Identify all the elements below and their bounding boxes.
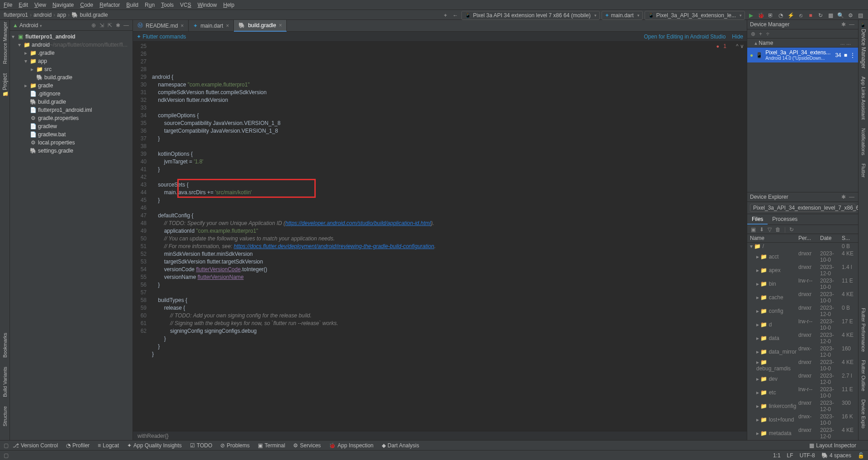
de-settings-icon[interactable]: ✱ <box>840 193 847 201</box>
search-icon[interactable]: 🔍 <box>836 11 844 19</box>
tool-flutter-perf[interactable]: Flutter Performance <box>861 308 866 352</box>
tw-services[interactable]: ⚙ Services <box>293 442 321 449</box>
de-download-icon[interactable]: ⬇ <box>759 226 764 233</box>
coverage-icon[interactable]: ⛨ <box>767 11 775 19</box>
avd-icon[interactable]: ▦ <box>826 11 835 19</box>
settings-icon[interactable]: ✱ <box>114 22 122 29</box>
device-manager-title: Device Manager <box>750 21 789 28</box>
tw-app-quality[interactable]: ✦ App Quality Insights <box>127 442 182 449</box>
tw-profiler[interactable]: ◔ Profiler <box>66 442 90 449</box>
expand-icon[interactable]: ⇲ <box>98 22 105 29</box>
settings-icon[interactable]: ⚙ <box>846 11 854 19</box>
de-hide-icon[interactable]: — <box>848 193 855 201</box>
tool-notifications[interactable]: Notifications <box>861 128 866 155</box>
tool-resource-manager[interactable]: Resource Manager <box>2 22 8 64</box>
stop-icon[interactable]: ■ <box>806 11 815 19</box>
tool-device-explorer[interactable]: Device Explo <box>861 399 866 428</box>
menu-file[interactable]: File <box>4 2 12 8</box>
tool-device-manager[interactable]: 📱 Device Manager <box>860 22 867 68</box>
tool-bookmarks[interactable]: Bookmarks <box>2 333 8 358</box>
dm-stop-icon[interactable]: ■ <box>844 52 847 58</box>
de-sync-icon[interactable]: ↻ <box>789 226 794 233</box>
crumb[interactable]: app <box>57 12 66 18</box>
tw-dart-analysis[interactable]: ◆ Dart Analysis <box>382 442 419 449</box>
dm-wifi-icon[interactable]: ᯤ <box>766 31 771 37</box>
tw-todo[interactable]: ☑ TODO <box>190 442 212 449</box>
project-view-mode[interactable]: Android <box>19 22 42 29</box>
project-tree[interactable]: ▾▣flutterpro1_android ▾📁android ~/snap/f… <box>10 31 133 157</box>
caret-position[interactable]: 1:1 <box>773 452 781 459</box>
menu-tools[interactable]: Tools <box>161 2 174 8</box>
menu-window[interactable]: Window <box>198 2 217 8</box>
run-icon[interactable]: ▶ <box>747 11 755 19</box>
left-tool-strip: Resource Manager 📁 Project Bookmarks Bui… <box>0 20 10 440</box>
device-selector[interactable]: 📱 Pixel 3a API 34 extension level 7 x86 … <box>461 11 600 20</box>
crumb[interactable]: flutterpro1 <box>4 12 28 18</box>
add-config-icon[interactable]: + <box>441 11 450 19</box>
menu-build[interactable]: Build <box>126 2 138 8</box>
tool-structure[interactable]: Structure <box>2 406 8 426</box>
bottom-tool-buttons: ▢ ⎇ Version Control ◔ Profiler ≡ Logcat … <box>0 440 868 450</box>
error-indicator[interactable]: ● 1 ^ ∨ <box>716 43 744 50</box>
hot-reload-icon[interactable]: ⚡ <box>787 11 795 19</box>
dm-toolbtn[interactable]: ⊕ <box>751 31 755 37</box>
device-file-tree[interactable]: NamePer...DateS... ▾ 📁 /0 B▸ 📁 acctdrwxr… <box>747 234 858 440</box>
device-explorer-selector[interactable]: Pixel_3a_API_34_extension_level_7_x86_6 <box>750 204 855 212</box>
attach-icon[interactable]: ⎋ <box>797 11 805 19</box>
dm-hide-icon[interactable]: — <box>848 21 855 28</box>
menu-code[interactable]: Code <box>80 2 93 8</box>
crumb[interactable]: 🐘 build.gradle <box>71 12 108 18</box>
device-row[interactable]: ● 📱 Pixel_3a_API_34_extens... Android 14… <box>747 48 858 62</box>
sync-icon[interactable]: ↻ <box>816 11 825 19</box>
tool-flutter-outline[interactable]: Flutter Outline <box>861 360 866 391</box>
menu-edit[interactable]: Edit <box>19 2 28 8</box>
tw-logcat[interactable]: ≡ Logcat <box>98 442 119 449</box>
target-icon[interactable]: ⊕ <box>90 22 97 29</box>
menu-help[interactable]: Help <box>223 2 234 8</box>
tab-build-gradle[interactable]: 🐘build.gradle× <box>234 20 287 32</box>
crumb[interactable]: android <box>33 12 52 18</box>
tw-version-control[interactable]: ⎇ Version Control <box>13 442 58 449</box>
menu-vcs[interactable]: VCS <box>180 2 191 8</box>
dm-settings-icon[interactable]: ✱ <box>840 21 847 28</box>
tw-terminal[interactable]: ▣ Terminal <box>258 442 285 449</box>
hide-bar-link[interactable]: Hide <box>732 34 743 40</box>
dm-menu-icon[interactable]: ⋮ <box>850 52 855 58</box>
tw-problems[interactable]: ⊘ Problems <box>220 442 250 449</box>
main-menubar: File Edit View Navigate Code Refactor Bu… <box>0 0 868 10</box>
tool-app-links[interactable]: App Links Assistant <box>861 77 866 120</box>
de-filter-icon[interactable]: ▽ <box>768 226 772 233</box>
menu-refactor[interactable]: Refactor <box>100 2 120 8</box>
collapse-icon[interactable]: ⇱ <box>106 22 114 29</box>
back-icon[interactable]: ← <box>451 11 460 19</box>
menu-navigate[interactable]: Navigate <box>52 2 74 8</box>
indent-info[interactable]: 🐘 4 spaces <box>821 452 851 459</box>
de-tab-files[interactable]: Files <box>747 214 768 225</box>
right-tool-strip: 📱 Device Manager App Links Assistant Not… <box>858 20 868 440</box>
line-separator[interactable]: LF <box>787 452 793 459</box>
de-delete-icon[interactable]: 🗑 <box>775 226 781 233</box>
tool-build-variants[interactable]: Build Variants <box>2 367 8 397</box>
de-new-icon[interactable]: ▣ <box>751 226 756 233</box>
tab-readme[interactable]: ⓂREADME.md× <box>133 20 189 32</box>
de-tab-processes[interactable]: Processes <box>768 214 802 225</box>
code-editor[interactable]: 2526272829303132333435363738394041424344… <box>133 42 747 431</box>
debug-icon[interactable]: 🐞 <box>757 11 765 19</box>
tw-app-inspection[interactable]: 🐞 App Inspection <box>329 442 373 449</box>
menu-run[interactable]: Run <box>145 2 155 8</box>
hide-icon[interactable]: — <box>123 22 130 29</box>
dm-add-icon[interactable]: + <box>759 31 762 37</box>
tw-layout-inspector[interactable]: ▦ Layout Inspector <box>809 442 856 449</box>
open-in-studio-link[interactable]: Open for Editing in Android Studio <box>644 34 726 40</box>
encoding[interactable]: UTF-8 <box>800 452 815 459</box>
run-config-main[interactable]: ✦ main.dart <box>602 11 643 20</box>
more-icon[interactable]: ▤ <box>856 11 864 19</box>
run-config-device[interactable]: 📱 Pixel_3a_API_34_extension_le... <box>645 11 745 20</box>
profile-icon[interactable]: ◔ <box>777 11 785 19</box>
menu-view[interactable]: View <box>34 2 46 8</box>
tab-main-dart[interactable]: ✦main.dart× <box>189 20 234 32</box>
flutter-commands-link[interactable]: Flutter commands <box>142 34 186 40</box>
read-only-icon[interactable]: 🔓 <box>858 452 864 459</box>
tool-flutter[interactable]: Flutter <box>861 163 866 177</box>
tool-project[interactable]: 📁 Project <box>2 73 8 97</box>
